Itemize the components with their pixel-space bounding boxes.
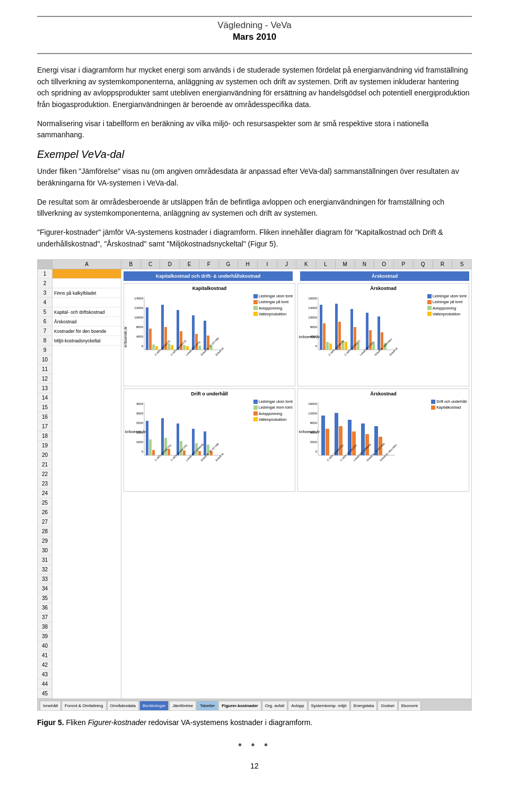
row-num-12: 12 (38, 374, 52, 384)
svg-text:14000: 14000 (134, 297, 143, 300)
legend-item-2a-1: Ledningar utom tomt (427, 293, 467, 299)
chart-2b-legend: Drift och underhåll Kapitalkostnad (431, 399, 467, 410)
row-num-43: 43 (38, 670, 52, 679)
charts-row-1: Kapitalkostnad Ledningar utom tomt Ledni… (124, 283, 469, 386)
svg-rect-74 (168, 449, 170, 455)
row-num-15: 15 (38, 403, 52, 412)
col-header-E: E (180, 260, 199, 269)
row-num-41: 41 (38, 651, 52, 660)
section-paragraph-3: "Figurer-kostnader" jämför VA-systemens … (37, 227, 472, 250)
svg-rect-22 (198, 346, 201, 350)
chart-arskostnad-2: Årskostnad Drift och underhåll Kapitalko… (297, 389, 469, 492)
legend-item-2a-2: Ledningar på tomt (427, 299, 467, 305)
row-num-40: 40 (38, 641, 52, 651)
section-paragraph-2: De resultat som är områdesberoende är ut… (37, 197, 472, 219)
svg-rect-43 (335, 304, 338, 350)
svg-rect-14 (168, 343, 170, 350)
figure-caption: Figur 5. Fliken Figurer-kostnader redovi… (37, 717, 472, 728)
row-num-10: 10 (38, 355, 52, 365)
row-num-8: 8 (38, 336, 52, 346)
sidebar-row-3: Finns på kalkylbladet (52, 288, 121, 298)
chart-group2-title: Årskostnad (300, 271, 469, 281)
svg-rect-23 (204, 321, 206, 350)
figure-caption-bold: Figur 5. (37, 718, 64, 727)
svg-rect-19 (186, 346, 189, 350)
col-header-P: P (394, 260, 414, 269)
sidebar-row-7: Kostnader för den boende (52, 326, 121, 336)
sidebar-empty (52, 346, 121, 699)
tab-ekonomi[interactable]: Ekonomi (398, 701, 421, 710)
row-num-9: 9 (38, 346, 52, 355)
tab-avlopp[interactable]: Avlopp (288, 701, 307, 710)
tab-omradesdata[interactable]: Områdesdata (107, 701, 139, 710)
row-num-26: 26 (38, 508, 52, 517)
tab-org-avfall[interactable]: Org. avfall (262, 701, 287, 710)
legend-item-3: Avloppsrening (253, 305, 293, 311)
legend-item-1b-2: Ledningar inom tomt (253, 404, 293, 410)
svg-rect-81 (204, 431, 206, 455)
legend-item-2b-2: Kapitalkostnad (431, 404, 467, 410)
svg-text:8000: 8000 (310, 325, 318, 329)
chart-drift-underhall: Drift o underhåll Ledningar utom tomt Le… (124, 389, 295, 492)
row-num-38: 38 (38, 622, 52, 632)
svg-rect-69 (146, 421, 148, 455)
svg-text:3000: 3000 (136, 412, 144, 415)
paragraph-2: Normalisering visar i tabellform en berä… (37, 118, 472, 141)
tab-innehall[interactable]: Innehåll (40, 701, 61, 710)
chart-2a-legend: Ledningar utom tomt Ledningar på tomt Av… (427, 293, 467, 317)
section-heading: Exempel VeVa-dal (37, 148, 472, 161)
row-num-27: 27 (38, 517, 52, 527)
col-header-S: S (452, 260, 471, 269)
tab-berakningar[interactable]: Beräkningar (139, 701, 169, 710)
tab-energidata[interactable]: Energidata (350, 701, 378, 710)
svg-rect-70 (149, 439, 152, 455)
figure-caption-text: Fliken Figurer-kostnader redovisar VA-sy… (64, 718, 313, 727)
chart-1b-svg: 3500 3000 2500 2000 1000 0 (134, 400, 224, 469)
legend-swatch-2b-2 (431, 405, 435, 410)
document-date: Mars 2010 (37, 32, 472, 42)
header-bottom-line (37, 53, 472, 54)
row-num-19: 19 (38, 441, 52, 451)
legend-swatch-4 (253, 312, 258, 316)
col-header-K: K (296, 260, 316, 269)
svg-rect-12 (161, 305, 164, 350)
svg-rect-53 (378, 316, 380, 350)
legend-swatch-2a-1 (427, 294, 432, 298)
chart-1b-title: Drift o underhåll (124, 391, 295, 396)
svg-rect-71 (152, 450, 155, 455)
sidebar-row-1 (52, 269, 121, 279)
row-num-6: 6 (38, 317, 52, 326)
row-num-17: 17 (38, 422, 52, 431)
svg-rect-80 (198, 451, 201, 455)
legend-item-2b-1: Drift och underhåll (431, 399, 467, 404)
tab-systemkomp[interactable]: Systemkomp. miljö (308, 701, 350, 710)
svg-text:12000: 12000 (308, 412, 317, 415)
tab-tabeller[interactable]: Tabeller (197, 701, 218, 710)
row-num-16: 16 (38, 412, 52, 422)
svg-text:16000: 16000 (308, 297, 317, 300)
svg-text:1000: 1000 (136, 440, 144, 444)
row-num-45: 45 (38, 689, 52, 699)
tab-forord[interactable]: Forord & Omfattning (62, 701, 106, 710)
col-header-A: A (52, 260, 121, 269)
row-num-32: 32 (38, 565, 52, 575)
svg-rect-11 (155, 346, 158, 350)
tab-figurer-kostnader[interactable]: Figurer-kostnader (218, 701, 261, 710)
chart-2b-title: Årskostnad (298, 391, 469, 396)
svg-rect-18 (183, 345, 186, 350)
legend-swatch-2a-2 (427, 300, 432, 304)
row-num-35: 35 (38, 594, 52, 603)
tab-jamforelse[interactable]: Jämförelse (169, 701, 196, 710)
row-num-29: 29 (38, 536, 52, 546)
header-top-line (37, 16, 472, 17)
paragraph-1: Energi visar i diagramform hur mycket en… (37, 65, 472, 111)
row-num-25: 25 (38, 498, 52, 508)
row-num-5: 5 (38, 307, 52, 317)
document-title: Vägledning - VeVa (37, 20, 472, 31)
svg-rect-9 (149, 329, 152, 350)
chart-1a-title: Kapitalkostnad (124, 286, 295, 291)
svg-text:8000: 8000 (136, 325, 144, 329)
chart-titles-row: Kapitalkostnad och drift- & underhållsko… (124, 271, 469, 281)
tab-godsel[interactable]: Godsel (378, 701, 397, 710)
tab-bar: Innehåll Forord & Omfattning Områdesdata… (38, 699, 471, 710)
